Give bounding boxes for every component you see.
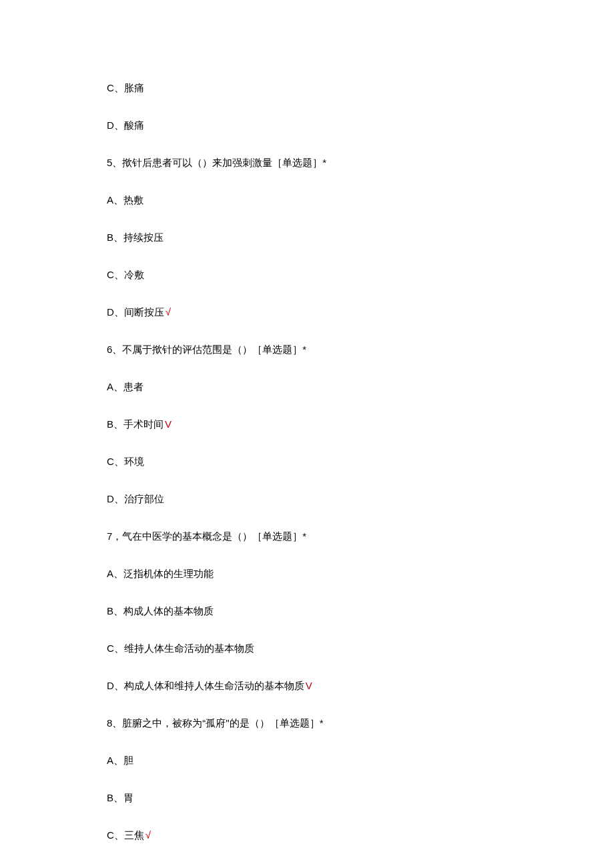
line-text: C、三焦 (107, 829, 144, 841)
line-text: B、持续按压 (107, 232, 164, 243)
line-text: D、治疗部位 (107, 493, 164, 504)
text-line: C、环境 (107, 454, 507, 470)
line-text: C、环境 (107, 456, 144, 467)
line-text: A、热敷 (107, 194, 143, 205)
text-line: D、脾 (107, 865, 507, 868)
line-text: C、胀痛 (107, 82, 144, 93)
text-line: B、胃 (107, 790, 507, 806)
line-text: B、手术时间 (107, 418, 164, 430)
text-line: 7，气在中医学的基本概念是（）［单选题］* (107, 528, 507, 544)
text-line: B、持续按压 (107, 230, 507, 246)
line-text: A、患者 (107, 381, 143, 392)
correct-mark: √ (166, 306, 171, 318)
text-line: A、热敷 (107, 192, 507, 208)
line-text: B、构成人体的基本物质 (107, 605, 214, 616)
text-line: D、酸痛 (107, 117, 507, 133)
line-text: D、构成人体和维持人体生命活动的基本物质 (107, 680, 304, 691)
line-text: A、泛指机体的生理功能 (107, 568, 214, 579)
text-line: A、胆 (107, 753, 507, 769)
line-text: D、间断按压 (107, 306, 164, 318)
text-line: B、手术时间V (107, 416, 507, 432)
line-text: 5、揿针后患者可以（）来加强刺激量［单选题］* (107, 157, 326, 168)
text-line: D、间断按压√ (107, 304, 507, 320)
text-line: C、冷敷 (107, 267, 507, 283)
text-line: A、患者 (107, 379, 507, 395)
text-line: C、胀痛 (107, 80, 507, 96)
line-text: C、维持人体生命活动的基本物质 (107, 642, 254, 654)
text-line: B、构成人体的基本物质 (107, 603, 507, 619)
text-line: 6、不属于揿针的评估范围是（）［单选题］* (107, 342, 507, 358)
line-text: D、酸痛 (107, 119, 144, 131)
text-line: C、维持人体生命活动的基本物质 (107, 640, 507, 657)
line-text: B、胃 (107, 792, 133, 803)
document-content: C、胀痛D、酸痛5、揿针后患者可以（）来加强刺激量［单选题］*A、热敷B、持续按… (107, 80, 507, 868)
correct-mark: V (165, 418, 172, 430)
text-line: D、治疗部位 (107, 491, 507, 507)
correct-mark: √ (145, 829, 151, 841)
text-line: C、三焦√ (107, 827, 507, 843)
line-text: A、胆 (107, 755, 133, 766)
line-text: 8、脏腑之中，被称为“孤府"的是（）［单选题］* (107, 717, 324, 729)
line-text: 6、不属于揿针的评估范围是（）［单选题］* (107, 344, 306, 355)
correct-mark: V (306, 680, 312, 691)
text-line: 5、揿针后患者可以（）来加强刺激量［单选题］* (107, 155, 507, 171)
text-line: D、构成人体和维持人体生命活动的基本物质V (107, 678, 507, 694)
text-line: 8、脏腑之中，被称为“孤府"的是（）［单选题］* (107, 715, 507, 731)
text-line: A、泛指机体的生理功能 (107, 566, 507, 582)
line-text: C、冷敷 (107, 269, 144, 280)
line-text: 7，气在中医学的基本概念是（）［单选题］* (107, 530, 306, 542)
